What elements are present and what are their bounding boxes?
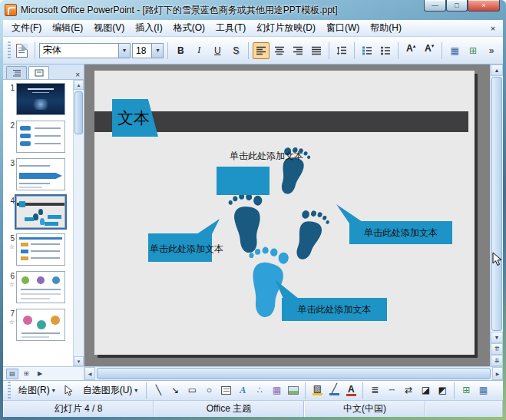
- text-shadow-button[interactable]: S: [227, 42, 244, 59]
- slide-thumbnail-7[interactable]: [16, 309, 65, 341]
- scroll-left-icon[interactable]: ◀: [84, 367, 95, 380]
- triangle-up-icon: ▴: [413, 43, 416, 48]
- next-slide-button[interactable]: ⇊: [491, 355, 503, 366]
- threed-icon: ◩: [438, 386, 447, 395]
- theme-indicator[interactable]: Office 主题: [154, 401, 304, 417]
- italic-button[interactable]: I: [190, 42, 207, 59]
- dash-style-button[interactable]: ┄: [384, 383, 399, 399]
- shadow-style-button[interactable]: ◪: [418, 383, 433, 399]
- decrease-font-size-button[interactable]: A▾: [421, 42, 438, 59]
- rectangle-tool-button[interactable]: ▭: [184, 383, 200, 399]
- threed-style-button[interactable]: ◩: [435, 383, 450, 399]
- font-size-combobox[interactable]: 18 ▾: [132, 43, 164, 58]
- align-center-button[interactable]: [271, 42, 288, 59]
- slide-thumbnail-4-selected[interactable]: [16, 196, 65, 228]
- menu-window[interactable]: 窗口(W): [321, 20, 365, 36]
- diagram-button[interactable]: ∴: [252, 383, 267, 399]
- justify-button[interactable]: [308, 42, 325, 59]
- toolbar-drag-handle[interactable]: [8, 41, 11, 60]
- panel-scrollbar[interactable]: ▲ ▼: [73, 80, 84, 366]
- bold-button[interactable]: B: [172, 42, 189, 59]
- line-color-button[interactable]: ╱: [326, 383, 342, 399]
- scroll-right-icon[interactable]: ▶: [492, 367, 503, 380]
- wordart-button[interactable]: A: [235, 383, 250, 399]
- slide-sorter-view-button[interactable]: ⊞: [20, 369, 32, 379]
- slide-number: 1: [10, 84, 15, 92]
- slide-thumbnail-2[interactable]: [16, 121, 65, 153]
- menu-format[interactable]: 格式(O): [168, 20, 210, 36]
- callout-box-top[interactable]: [217, 167, 270, 195]
- scroll-up-icon[interactable]: ▲: [491, 64, 503, 76]
- slides-tab[interactable]: [28, 66, 49, 79]
- menu-slideshow[interactable]: 幻灯片放映(D): [251, 20, 321, 36]
- new-slide-button[interactable]: [14, 42, 31, 59]
- slide-thumbnail-5[interactable]: [16, 233, 65, 266]
- slide-thumbnail-3[interactable]: [16, 158, 65, 190]
- shadow-icon: ◪: [422, 386, 430, 395]
- menu-insert[interactable]: 插入(I): [130, 20, 167, 36]
- scrollbar-thumb[interactable]: [74, 91, 83, 134]
- bullets-button[interactable]: [377, 42, 394, 59]
- scrollbar-thumb[interactable]: [97, 368, 491, 379]
- document-close-button[interactable]: ×: [486, 23, 500, 34]
- line-tool-button[interactable]: ╲: [150, 383, 166, 399]
- slide-canvas[interactable]: 文本: [94, 71, 475, 355]
- select-objects-button[interactable]: [61, 383, 77, 399]
- increase-font-size-button[interactable]: A▴: [402, 42, 419, 59]
- placeholder-text-left[interactable]: 单击此处添加文本: [141, 243, 233, 256]
- clip-art-button[interactable]: ▦: [269, 383, 284, 399]
- menu-tools[interactable]: 工具(T): [210, 20, 251, 36]
- draw-menu-button[interactable]: 绘图(R)▾: [14, 382, 60, 399]
- toolbar-options-button[interactable]: »: [483, 42, 500, 59]
- insert-table-button[interactable]: ▦: [446, 42, 463, 59]
- align-right-button[interactable]: [289, 42, 306, 59]
- slide-thumbnail-1[interactable]: [16, 83, 65, 115]
- fill-color-button[interactable]: ▨: [309, 383, 325, 399]
- close-button[interactable]: ×: [468, 0, 500, 12]
- menu-edit[interactable]: 编辑(E): [47, 20, 88, 36]
- slideshow-view-button[interactable]: ▶: [34, 369, 46, 379]
- arrow-tool-button[interactable]: ↘: [167, 383, 183, 399]
- scroll-up-icon[interactable]: ▲: [74, 80, 84, 90]
- chevron-down-icon[interactable]: ▾: [151, 44, 163, 58]
- grid-settings-button[interactable]: ⊞: [458, 383, 474, 399]
- oval-tool-button[interactable]: ○: [201, 383, 217, 399]
- menu-file[interactable]: 文件(F): [6, 20, 47, 36]
- language-indicator[interactable]: 中文(中国): [304, 401, 425, 417]
- horizontal-scrollbar[interactable]: ◀ ▶: [84, 367, 503, 380]
- align-left-button[interactable]: [253, 42, 270, 59]
- autoshapes-menu-button[interactable]: 自选图形(U)▾: [78, 382, 143, 399]
- normal-view-button[interactable]: ▤: [6, 369, 18, 379]
- placeholder-text-top[interactable]: 单击此处添加文本: [222, 150, 311, 163]
- callout-box-bottom[interactable]: 单击此处添加文本: [282, 298, 387, 321]
- underline-button[interactable]: U: [209, 42, 226, 59]
- table-settings-button[interactable]: ▦: [475, 383, 491, 399]
- maximize-button[interactable]: □: [446, 0, 468, 12]
- scroll-down-icon[interactable]: ▼: [491, 332, 503, 343]
- chevron-down-icon[interactable]: ▾: [118, 44, 130, 58]
- scroll-down-icon[interactable]: ▼: [74, 356, 84, 366]
- slide-thumbnail-6[interactable]: [16, 271, 65, 303]
- line-style-button[interactable]: ≣: [367, 383, 382, 399]
- menu-view[interactable]: 视图(V): [88, 20, 130, 36]
- scrollbar-thumb[interactable]: [491, 77, 502, 331]
- toolbar-drag-handle[interactable]: [8, 382, 11, 400]
- slide-scrollbar[interactable]: ▲ ▼ ⇈ ⇊: [490, 64, 503, 366]
- callout-box-right[interactable]: 单击此处添加文本: [349, 221, 452, 244]
- slide-title-shape[interactable]: 文本: [112, 99, 158, 137]
- numbering-button[interactable]: [359, 42, 375, 59]
- menu-help[interactable]: 帮助(H): [365, 20, 407, 36]
- outline-tab[interactable]: [6, 66, 27, 79]
- font-color-button[interactable]: A: [343, 383, 359, 399]
- insert-grid-button[interactable]: ⊞: [465, 42, 481, 59]
- numbering-icon: [362, 46, 372, 55]
- line-spacing-button[interactable]: [333, 42, 350, 59]
- arrow-style-button[interactable]: ⇄: [401, 383, 416, 399]
- previous-slide-button[interactable]: ⇈: [491, 343, 503, 355]
- panel-close-button[interactable]: ×: [73, 71, 82, 79]
- text-box-button[interactable]: [218, 383, 233, 399]
- insert-picture-button[interactable]: [286, 383, 301, 399]
- font-name-combobox[interactable]: 宋体 ▾: [39, 43, 131, 58]
- minimize-button[interactable]: —: [424, 0, 446, 12]
- font-size-value: 18: [136, 45, 151, 56]
